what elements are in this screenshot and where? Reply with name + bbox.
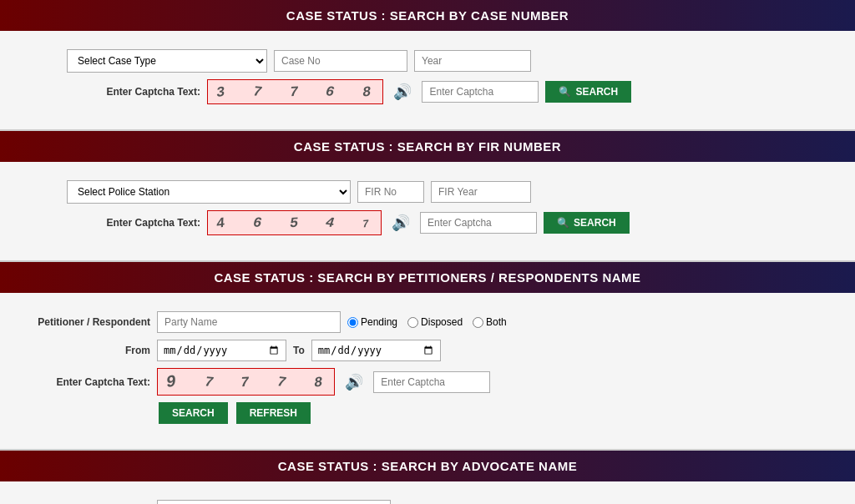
both-radio-label[interactable]: Both [473,316,507,328]
pending-radio-label[interactable]: Pending [347,316,397,328]
advocate-name-input[interactable] [157,500,391,504]
speaker-button-3[interactable]: 🔊 [341,371,367,393]
captcha-image-3: 9 7 7 7 8 [157,368,335,396]
captcha-input-1[interactable] [422,81,539,103]
search-button-3[interactable]: SEARCH [159,402,228,424]
captcha-image-1: 3 7 7 6 8 [207,79,383,104]
disposed-radio-label[interactable]: Disposed [407,316,463,328]
to-date-pet[interactable] [311,340,441,361]
disposed-radio[interactable] [407,317,418,328]
refresh-button-3[interactable]: REFRESH [236,402,311,424]
from-label-pet: From [17,345,150,356]
captcha-label-2: Enter Captcha Text: [67,217,200,229]
fir-year-input[interactable] [431,181,531,203]
case-type-select[interactable]: Select Case Type [67,49,267,73]
captcha-label-3: Enter Captcha Text: [17,376,150,388]
section-case-number-header: CASE STATUS : SEARCH BY CASE NUMBER [0,0,855,31]
fir-no-input[interactable] [357,181,424,203]
to-label-pet: To [293,345,305,356]
section-advocate: CASE STATUS : SEARCH BY ADVOCATE NAME Ad… [0,451,855,504]
captcha-input-2[interactable] [420,212,537,234]
captcha-label-1: Enter Captcha Text: [67,86,200,98]
both-radio[interactable] [473,317,483,328]
police-station-select[interactable]: Select Police Station [67,180,351,204]
search-button-2[interactable]: 🔍 SEARCH [544,212,630,234]
captcha-image-2: 4 6 5 4 7 [207,210,382,235]
section-fir-header: CASE STATUS : SEARCH BY FIR NUMBER [0,131,855,162]
section-advocate-header: CASE STATUS : SEARCH BY ADVOCATE NAME [0,451,855,481]
status-radio-group: Pending Disposed Both [347,316,507,328]
section-fir-number: CASE STATUS : SEARCH BY FIR NUMBER Selec… [0,131,855,262]
year-input[interactable] [414,50,531,72]
speaker-button-1[interactable]: 🔊 [390,81,415,103]
case-no-input[interactable] [274,50,407,72]
section-petitioners: CASE STATUS : SEARCH BY PETITIONERS / RE… [0,262,855,451]
speaker-button-2[interactable]: 🔊 [388,212,413,234]
pending-radio[interactable] [347,317,358,328]
section-petitioners-header: CASE STATUS : SEARCH BY PETITIONERS / RE… [0,262,855,293]
party-name-input[interactable] [157,311,341,333]
search-button-1[interactable]: 🔍 SEARCH [545,81,631,103]
from-date-pet[interactable] [157,340,286,361]
captcha-input-3[interactable] [373,371,490,393]
section-case-number: CASE STATUS : SEARCH BY CASE NUMBER Sele… [0,0,855,131]
search-icon-2: 🔍 [557,217,569,229]
petitioner-label: Petitioner / Respondent [17,316,150,328]
search-icon-1: 🔍 [559,86,571,98]
